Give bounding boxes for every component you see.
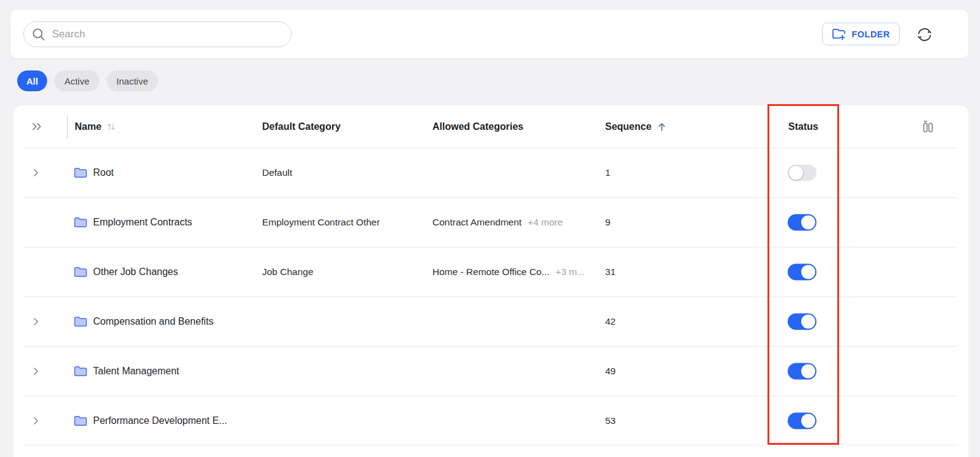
- table-row[interactable]: Employment Contracts Employment Contract…: [13, 197, 968, 247]
- table-row[interactable]: Compensation and Benefits 42: [13, 296, 968, 346]
- filter-pill-active[interactable]: Active: [55, 70, 99, 91]
- column-header-sequence-label: Sequence: [605, 121, 652, 132]
- row-name: Talent Management: [93, 366, 179, 377]
- row-default-category: Default: [262, 167, 292, 178]
- allowed-more-label: +4 more: [528, 217, 563, 228]
- folder-icon: [74, 216, 88, 228]
- row-name: Performance Development E...: [93, 415, 227, 426]
- table-row[interactable]: Other Job Changes Job Change Home - Remo…: [13, 247, 968, 296]
- column-header-name[interactable]: Name: [75, 105, 116, 148]
- double-chevron-right-icon[interactable]: [31, 105, 43, 148]
- toggle-knob: [801, 314, 815, 328]
- row-sequence: 1: [605, 167, 611, 178]
- row-sequence: 9: [605, 217, 611, 228]
- status-toggle[interactable]: [788, 313, 816, 330]
- toggle-knob: [801, 364, 815, 378]
- folder-icon: [74, 415, 88, 426]
- filter-bar: All Active Inactive: [17, 70, 158, 91]
- toggle-knob: [801, 265, 815, 279]
- status-toggle[interactable]: [788, 412, 816, 429]
- add-folder-button[interactable]: FOLDER: [822, 23, 900, 45]
- row-allowed-categories: Home - Remote Office Co... +3 m...: [432, 266, 585, 278]
- chevron-right-icon[interactable]: [31, 366, 41, 376]
- folder-icon: [74, 167, 88, 178]
- row-allowed-categories: Contract Amendment +4 more: [432, 217, 563, 228]
- table-row[interactable]: Root Default 1: [13, 148, 968, 197]
- folder-icon: [74, 365, 88, 377]
- filter-pill-inactive[interactable]: Inactive: [107, 70, 158, 91]
- toggle-knob: [789, 165, 803, 179]
- search-box[interactable]: [23, 21, 292, 47]
- table-row[interactable]: Talent Management 49: [13, 346, 968, 396]
- header-divider: [67, 115, 68, 138]
- row-default-category: Job Change: [262, 266, 314, 278]
- refresh-icon[interactable]: [916, 26, 933, 43]
- status-toggle[interactable]: [788, 214, 816, 230]
- toggle-knob: [801, 215, 815, 229]
- toggle-knob: [801, 414, 815, 428]
- column-header-name-label: Name: [75, 121, 102, 132]
- allowed-more-label: +3 m...: [556, 266, 585, 278]
- search-input[interactable]: [52, 28, 285, 40]
- add-folder-button-label: FOLDER: [851, 29, 890, 39]
- folder-icon: [74, 266, 88, 278]
- arrow-up-icon: [657, 121, 667, 132]
- column-settings-icon[interactable]: [920, 105, 935, 148]
- folder-plus-icon: [832, 28, 846, 40]
- row-name: Root: [93, 167, 114, 178]
- column-header-default-category[interactable]: Default Category: [262, 105, 341, 148]
- sort-arrows-icon: [107, 122, 116, 132]
- row-default-category: Employment Contract Other: [262, 217, 380, 228]
- table-header-row: Name Default Category Allowed Categories…: [13, 105, 968, 148]
- categories-table: Name Default Category Allowed Categories…: [13, 105, 968, 457]
- table-row[interactable]: Performance Development E... 53: [13, 396, 968, 445]
- column-header-sequence[interactable]: Sequence: [605, 105, 667, 148]
- status-toggle[interactable]: [788, 263, 816, 280]
- chevron-right-icon[interactable]: [31, 316, 41, 327]
- row-sequence: 53: [605, 415, 616, 426]
- allowed-category-label: Contract Amendment: [432, 217, 522, 228]
- chevron-right-icon[interactable]: [31, 167, 41, 178]
- column-header-status[interactable]: Status: [788, 105, 818, 148]
- row-name: Other Job Changes: [93, 266, 178, 278]
- status-toggle[interactable]: [788, 363, 816, 379]
- column-header-allowed-categories[interactable]: Allowed Categories: [432, 105, 523, 148]
- folder-icon: [74, 315, 88, 327]
- row-name: Compensation and Benefits: [93, 316, 214, 327]
- topbar: FOLDER: [10, 10, 968, 58]
- allowed-category-label: Home - Remote Office Co...: [432, 266, 549, 278]
- row-name: Employment Contracts: [93, 217, 192, 228]
- status-toggle[interactable]: [788, 164, 816, 181]
- chevron-right-icon[interactable]: [31, 415, 41, 426]
- filter-pill-all[interactable]: All: [17, 70, 47, 91]
- search-icon: [32, 28, 46, 42]
- row-sequence: 42: [605, 316, 616, 327]
- table-body: Root Default 1 Employment Contracts Empl…: [13, 148, 968, 445]
- row-sequence: 49: [605, 366, 616, 377]
- row-sequence: 31: [605, 266, 616, 278]
